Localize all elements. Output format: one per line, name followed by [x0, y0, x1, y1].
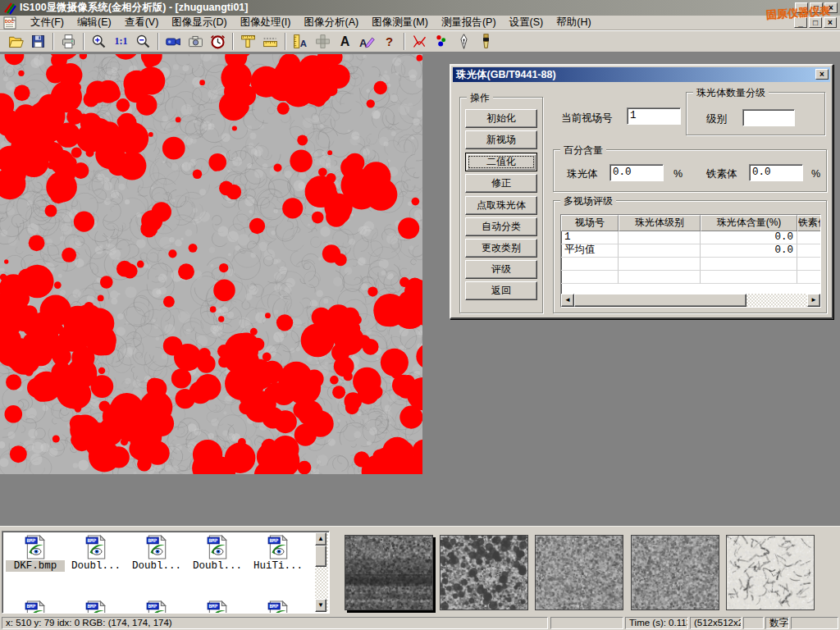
- file-item[interactable]: Doubl...: [66, 535, 126, 572]
- file-name[interactable]: Doubl...: [66, 560, 126, 572]
- new-field-button[interactable]: 新视场: [465, 130, 537, 149]
- caliper-icon[interactable]: [237, 32, 259, 52]
- status-empty-3: [791, 617, 838, 629]
- file-name[interactable]: Doubl...: [127, 560, 186, 572]
- zoom-in-icon[interactable]: [88, 32, 110, 52]
- menu-file[interactable]: 文件(F): [24, 15, 71, 30]
- scroll-right-icon[interactable]: ►: [807, 294, 820, 307]
- gallery-panel: DKF.bmp Doubl... Doubl... Doubl... HuiTi…: [0, 526, 840, 615]
- dialog-title-bar[interactable]: 珠光体(GB/T9441-88) ×: [453, 67, 830, 82]
- binarize-button[interactable]: 二值化: [465, 153, 537, 171]
- pick-pearlite-button[interactable]: 点取珠光体: [465, 196, 537, 215]
- file-item[interactable]: [188, 600, 247, 614]
- menu-image-analysis[interactable]: 图像分析(A): [297, 15, 365, 30]
- menu-bar: DOC 文件(F) 编辑(E) 查看(V) 图像显示(D) 图像处理(I) 图像…: [0, 16, 840, 30]
- file-item[interactable]: Doubl...: [188, 535, 247, 572]
- toolbar-separator: [404, 33, 405, 50]
- table-row[interactable]: 平均值 0.0: [561, 244, 820, 258]
- help-icon[interactable]: ?: [378, 32, 400, 52]
- rate-button[interactable]: 评级: [465, 260, 537, 279]
- initialize-button[interactable]: 初始化: [465, 109, 537, 128]
- text-icon[interactable]: A: [334, 32, 356, 52]
- toolbar: 1:1 A A A ?: [0, 30, 840, 52]
- annotate-icon[interactable]: A: [356, 32, 378, 52]
- print-icon[interactable]: [57, 32, 80, 52]
- menu-image-display[interactable]: 图像显示(D): [165, 15, 233, 30]
- save-icon[interactable]: [27, 32, 49, 52]
- file-item[interactable]: [6, 600, 65, 614]
- menu-help[interactable]: 帮助(H): [550, 15, 597, 30]
- scroll-up-icon[interactable]: ▲: [315, 532, 326, 546]
- menu-settings[interactable]: 设置(S): [503, 15, 550, 30]
- rating-table[interactable]: 视场号 珠光体级别 珠光体含量(%) 铁素体含量(%) 1 0.0 平均值: [560, 214, 821, 308]
- scroll-thumb[interactable]: [315, 546, 326, 567]
- menu-image-process[interactable]: 图像处理(I): [234, 15, 298, 30]
- actual-size-icon[interactable]: 1:1: [110, 32, 132, 52]
- current-field-label: 当前视场号: [561, 112, 613, 126]
- col-field-no[interactable]: 视场号: [561, 215, 619, 231]
- grade-input[interactable]: [742, 109, 795, 126]
- cell-ferrite: [797, 231, 821, 244]
- correct-button[interactable]: 修正: [465, 174, 537, 193]
- thumbnail-1[interactable]: [345, 535, 433, 610]
- thumbnail-4[interactable]: [631, 535, 719, 610]
- dialog-close-button[interactable]: ×: [815, 69, 829, 80]
- col-pearlite-grade[interactable]: 珠光体级别: [619, 215, 701, 231]
- file-item[interactable]: DKF.bmp: [6, 535, 65, 572]
- ruler-icon[interactable]: [259, 32, 281, 52]
- bmp-file-icon: [207, 535, 228, 559]
- col-pearlite-content[interactable]: 珠光体含量(%): [701, 215, 797, 231]
- brush-icon[interactable]: [475, 32, 497, 52]
- classify-icon[interactable]: [431, 32, 453, 52]
- measure-text-icon[interactable]: A: [290, 32, 312, 52]
- app-logo-icon: [3, 2, 16, 15]
- menu-view[interactable]: 查看(V): [118, 15, 166, 30]
- file-browser[interactable]: DKF.bmp Doubl... Doubl... Doubl... HuiTi…: [2, 531, 330, 614]
- cell-content: 0.0: [701, 244, 797, 258]
- thumbnail-2[interactable]: [440, 535, 528, 610]
- focus-rect: [468, 156, 534, 168]
- ferrite-percent-input[interactable]: 0.0: [749, 164, 803, 181]
- mdi-close-button[interactable]: ×: [824, 17, 837, 28]
- multifield-group-label: 多视场评级: [560, 194, 616, 208]
- video-capture-icon[interactable]: [162, 32, 185, 52]
- scroll-left-icon[interactable]: ◄: [561, 294, 574, 307]
- scroll-down-icon[interactable]: ▼: [315, 599, 326, 612]
- file-item[interactable]: Doubl...: [127, 535, 186, 572]
- auto-classify-button[interactable]: 自动分类: [465, 217, 537, 236]
- bmp-file-icon: [267, 600, 289, 614]
- menu-report[interactable]: 测量报告(P): [435, 15, 503, 30]
- file-name[interactable]: Doubl...: [188, 560, 247, 572]
- table-row-empty: [561, 271, 820, 284]
- title-bar[interactable]: IS100显微摄像系统(金相分析版) - [zhuguangti01] _ □ …: [0, 0, 840, 16]
- return-button[interactable]: 返回: [465, 281, 537, 300]
- thumbnail-3[interactable]: [535, 535, 623, 610]
- pearlite-percent-input[interactable]: 0.0: [609, 164, 664, 181]
- file-name[interactable]: HuiTi...: [249, 560, 308, 572]
- current-field-input[interactable]: 1: [627, 107, 681, 125]
- stitch-icon[interactable]: [312, 32, 334, 52]
- menu-edit[interactable]: 编辑(E): [71, 15, 118, 30]
- snapshot-icon[interactable]: [185, 32, 207, 52]
- pen-icon[interactable]: [453, 32, 475, 52]
- file-item[interactable]: [66, 600, 126, 614]
- thumbnail-5[interactable]: [726, 535, 815, 610]
- col-ferrite-content[interactable]: 铁素体含量(%): [797, 215, 821, 231]
- zoom-out-icon[interactable]: [132, 32, 154, 52]
- toolbar-separator: [158, 33, 159, 50]
- main-image[interactable]: [0, 54, 422, 474]
- file-item[interactable]: HuiTi...: [249, 535, 308, 572]
- curve-icon[interactable]: [409, 32, 431, 52]
- table-hscrollbar[interactable]: ◄ ►: [561, 294, 820, 307]
- file-item[interactable]: [249, 600, 308, 614]
- status-empty-2: [743, 617, 764, 629]
- file-item[interactable]: [127, 600, 186, 614]
- change-class-button[interactable]: 更改类别: [465, 239, 537, 258]
- file-name[interactable]: DKF.bmp: [6, 560, 65, 572]
- timer-icon[interactable]: [207, 32, 229, 52]
- scroll-thumb[interactable]: [574, 294, 746, 307]
- open-icon[interactable]: [5, 32, 27, 52]
- file-vscrollbar[interactable]: ▲ ▼: [315, 532, 328, 612]
- table-row[interactable]: 1 0.0: [561, 231, 820, 244]
- menu-image-measure[interactable]: 图像测量(M): [365, 15, 435, 30]
